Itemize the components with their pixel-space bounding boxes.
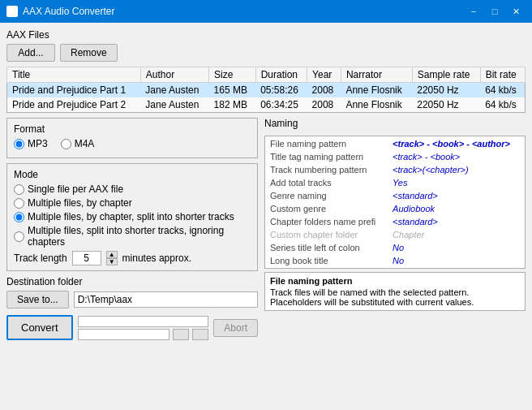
naming-table-body: File naming pattern<track> - <book> - <a…	[267, 138, 523, 266]
file-table: Title Author Size Duration Year Narrator…	[6, 67, 526, 113]
naming-row[interactable]: Long book titleNo	[267, 255, 523, 266]
col-bit-rate: Bit rate	[480, 67, 525, 83]
mode-by-chapter-split[interactable]: Multiple files, by chapter, split into s…	[14, 211, 251, 222]
maximize-button[interactable]: □	[485, 3, 504, 19]
bottom-area: Format MP3 M4A Mode Single file per AAX …	[6, 118, 526, 404]
naming-row[interactable]: File naming pattern<track> - <book> - <a…	[267, 138, 523, 149]
mode-split-no-chapters[interactable]: Multiple files, split into shorter track…	[14, 225, 251, 248]
col-narrator: Narrator	[341, 67, 412, 83]
minimize-button[interactable]: −	[464, 3, 483, 19]
naming-row[interactable]: Custom chapter folderChapter	[267, 229, 523, 240]
window-title: AAX Audio Converter	[23, 6, 114, 17]
format-m4a-radio[interactable]	[61, 139, 71, 149]
title-bar-left: AAX Audio Converter	[6, 6, 114, 17]
progress-bar-1	[78, 316, 209, 327]
track-length-input[interactable]	[72, 251, 101, 265]
naming-row[interactable]: Title tag naming pattern<track> - <book>	[267, 151, 523, 162]
col-sample-rate: Sample rate	[412, 67, 480, 83]
naming-row[interactable]: Add total tracksYes	[267, 177, 523, 188]
mode-chapter-radio[interactable]	[14, 198, 24, 209]
progress-rows	[78, 316, 209, 340]
aax-files-section: AAX Files Add... Remove Title Author Siz…	[6, 29, 526, 113]
file-table-body: Pride and Prejudice Part 1Jane Austen165…	[7, 83, 526, 113]
format-group: Format MP3 M4A	[6, 118, 258, 158]
naming-row[interactable]: Series title left of colonNo	[267, 242, 523, 253]
table-row[interactable]: Pride and Prejudice Part 2Jane Austen182…	[7, 97, 526, 113]
destination-path-input[interactable]	[74, 291, 258, 308]
track-length-row: Track length ▲ ▼ minutes approx.	[14, 251, 251, 265]
progress-row-1	[78, 316, 209, 327]
progress-bar-2	[78, 329, 170, 340]
aax-files-label: AAX Files	[6, 29, 526, 41]
mode-single-radio[interactable]	[14, 184, 24, 195]
progress-btn-1[interactable]	[173, 329, 189, 340]
format-m4a-option[interactable]: M4A	[61, 138, 95, 149]
progress-btn-2[interactable]	[192, 329, 208, 340]
naming-table: File naming pattern<track> - <book> - <a…	[264, 136, 526, 269]
mode-no-chapter-radio[interactable]	[14, 231, 24, 242]
convert-button[interactable]: Convert	[6, 315, 73, 340]
spinner-buttons: ▲ ▼	[106, 251, 118, 265]
mode-chapter-split-radio[interactable]	[14, 212, 24, 222]
app-icon	[6, 6, 18, 17]
col-author: Author	[140, 67, 208, 83]
track-length-label: Track length	[14, 252, 67, 264]
mode-single-file[interactable]: Single file per AAX file	[14, 183, 251, 195]
spinner-up[interactable]: ▲	[106, 251, 118, 258]
destination-section: Destination folder Save to...	[6, 276, 258, 309]
add-button[interactable]: Add...	[6, 44, 55, 62]
mode-by-chapter[interactable]: Multiple files, by chapter	[14, 197, 251, 209]
format-mp3-radio[interactable]	[14, 139, 24, 149]
naming-desc-text: Track files will be named with the selec…	[270, 287, 520, 307]
naming-row[interactable]: Chapter folders name prefi<standard>	[267, 216, 523, 227]
title-bar-controls: − □ ✕	[464, 3, 526, 19]
naming-label: Naming	[264, 118, 526, 129]
format-label: Format	[14, 123, 251, 135]
dest-folder-row: Save to...	[6, 291, 258, 309]
format-radio-row: MP3 M4A	[14, 138, 251, 149]
track-length-suffix: minutes approx.	[122, 252, 191, 264]
progress-row-2	[78, 329, 209, 340]
naming-description-box: File naming pattern Track files will be …	[264, 272, 526, 311]
naming-row[interactable]: Custom genreAudiobook	[267, 203, 523, 214]
spinner-down[interactable]: ▼	[106, 258, 118, 265]
left-panel: Format MP3 M4A Mode Single file per AAX …	[6, 118, 258, 404]
title-bar: AAX Audio Converter − □ ✕	[0, 0, 532, 23]
file-table-header: Title Author Size Duration Year Narrator…	[7, 67, 526, 83]
format-mp3-option[interactable]: MP3	[14, 138, 48, 149]
convert-row: Convert Abort	[6, 315, 258, 340]
aax-files-buttons: Add... Remove	[6, 44, 526, 62]
mode-group: Mode Single file per AAX file Multiple f…	[6, 163, 258, 271]
col-title: Title	[7, 67, 141, 83]
close-button[interactable]: ✕	[506, 3, 526, 19]
naming-panel: Naming File naming pattern<track> - <boo…	[264, 118, 526, 404]
destination-label: Destination folder	[6, 276, 258, 287]
abort-button[interactable]: Abort	[213, 319, 258, 337]
remove-button[interactable]: Remove	[60, 44, 118, 62]
col-year: Year	[307, 67, 341, 83]
save-to-button[interactable]: Save to...	[6, 291, 69, 309]
table-row[interactable]: Pride and Prejudice Part 1Jane Austen165…	[7, 83, 526, 98]
col-duration: Duration	[255, 67, 307, 83]
main-content: AAX Files Add... Remove Title Author Siz…	[0, 23, 532, 410]
naming-row[interactable]: Track numbering pattern<track>(<chapter>…	[267, 164, 523, 175]
col-size: Size	[209, 67, 256, 83]
naming-row[interactable]: Genre naming<standard>	[267, 190, 523, 201]
mode-label: Mode	[14, 169, 251, 180]
naming-desc-title: File naming pattern	[270, 276, 520, 286]
